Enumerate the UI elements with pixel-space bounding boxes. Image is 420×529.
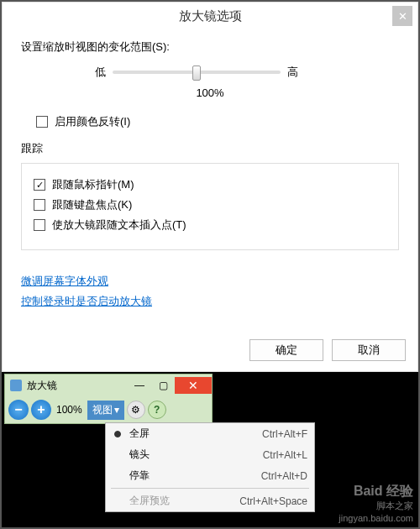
font-appearance-link[interactable]: 微调屏幕字体外观 — [21, 274, 399, 289]
invert-colors-label: 启用颜色反转(I) — [55, 114, 130, 129]
view-dropdown-menu: 全屏 Ctrl+Alt+F 镜头 Ctrl+Alt+L 停靠 Ctrl+Alt+… — [105, 422, 315, 512]
track-keyboard-label: 跟随键盘焦点(K) — [52, 197, 132, 212]
maximize-icon[interactable]: ▢ — [151, 377, 175, 394]
menu-lens-shortcut: Ctrl+Alt+L — [263, 449, 307, 461]
view-dropdown-button[interactable]: 视图 ▾ — [87, 401, 124, 420]
menu-lens[interactable]: 镜头 Ctrl+Alt+L — [106, 444, 314, 465]
dialog-title: 放大镜选项 — [179, 8, 242, 24]
menu-preview: 全屏预览 Ctrl+Alt+Space — [106, 490, 314, 511]
zoom-out-button[interactable]: − — [8, 400, 29, 420]
magnifier-titlebar: 放大镜 — ▢ ✕ — [5, 374, 212, 396]
zoom-range-label: 设置缩放时视图的变化范围(S): — [21, 39, 399, 55]
slider-thumb[interactable] — [192, 65, 201, 81]
magnifier-title: 放大镜 — [27, 379, 128, 393]
zoom-level: 100% — [56, 404, 82, 416]
ok-button[interactable]: 确定 — [249, 339, 323, 361]
close-icon[interactable]: ✕ — [392, 6, 412, 26]
view-label: 视图 — [92, 403, 113, 417]
zoom-slider[interactable] — [113, 71, 281, 74]
zoom-in-button[interactable]: + — [31, 400, 51, 420]
menu-fullscreen-shortcut: Ctrl+Alt+F — [262, 428, 307, 440]
menu-docked-shortcut: Ctrl+Alt+D — [261, 470, 307, 482]
radio-icon — [114, 473, 121, 479]
radio-icon — [114, 498, 121, 505]
slider-high-label: 高 — [287, 65, 298, 80]
help-icon[interactable]: ? — [148, 401, 166, 419]
menu-separator — [111, 488, 309, 489]
track-keyboard-checkbox[interactable]: 跟随键盘焦点(K) — [34, 197, 386, 212]
track-mouse-label: 跟随鼠标指针(M) — [52, 177, 134, 192]
menu-fullscreen-label: 全屏 — [129, 427, 262, 441]
track-mouse-checkbox[interactable]: 跟随鼠标指针(M) — [34, 177, 386, 192]
tracking-group: 跟随鼠标指针(M) 跟随键盘焦点(K) 使放大镜跟随文本插入点(T) — [21, 163, 399, 250]
track-text-label: 使放大镜跟随文本插入点(T) — [52, 217, 186, 233]
login-control-link[interactable]: 控制登录时是否启动放大镜 — [21, 294, 399, 309]
slider-low-label: 低 — [95, 65, 106, 80]
menu-preview-shortcut: Ctrl+Alt+Space — [239, 495, 307, 507]
cancel-button[interactable]: 取消 — [332, 339, 406, 361]
magnifier-app-icon — [10, 380, 22, 391]
menu-docked-label: 停靠 — [129, 469, 261, 483]
watermark-brand: Baid 经验 — [339, 483, 413, 500]
watermark: Baid 经验 脚本之家 jingyan.baidu.com — [339, 483, 413, 524]
watermark-site: 脚本之家 — [339, 500, 413, 511]
menu-docked[interactable]: 停靠 Ctrl+Alt+D — [106, 465, 314, 486]
gear-icon[interactable]: ⚙ — [127, 401, 145, 419]
checkbox-icon — [34, 199, 45, 211]
menu-fullscreen[interactable]: 全屏 Ctrl+Alt+F — [106, 423, 314, 444]
radio-icon — [114, 431, 121, 437]
checkbox-icon — [34, 219, 45, 231]
invert-colors-checkbox[interactable]: 启用颜色反转(I) — [36, 114, 399, 129]
watermark-url: jingyan.baidu.com — [339, 512, 413, 524]
magnifier-window: 放大镜 — ▢ ✕ − + 100% 视图 ▾ ⚙ ? — [4, 374, 213, 424]
minimize-icon[interactable]: — — [128, 377, 151, 394]
radio-icon — [114, 452, 121, 458]
close-icon[interactable]: ✕ — [175, 377, 212, 394]
zoom-value: 100% — [21, 86, 399, 99]
track-text-checkbox[interactable]: 使放大镜跟随文本插入点(T) — [34, 217, 386, 233]
checkbox-icon — [34, 179, 45, 191]
dialog-titlebar: 放大镜选项 ✕ — [3, 3, 417, 29]
magnifier-toolbar: − + 100% 视图 ▾ ⚙ ? — [5, 396, 212, 423]
magnifier-options-dialog: 放大镜选项 ✕ 设置缩放时视图的变化范围(S): 低 高 100% 启用颜色反转… — [2, 2, 418, 372]
checkbox-icon — [36, 116, 48, 128]
chevron-down-icon: ▾ — [114, 404, 119, 416]
menu-lens-label: 镜头 — [129, 448, 263, 462]
menu-preview-label: 全屏预览 — [129, 494, 239, 508]
tracking-section-label: 跟踪 — [21, 141, 399, 156]
